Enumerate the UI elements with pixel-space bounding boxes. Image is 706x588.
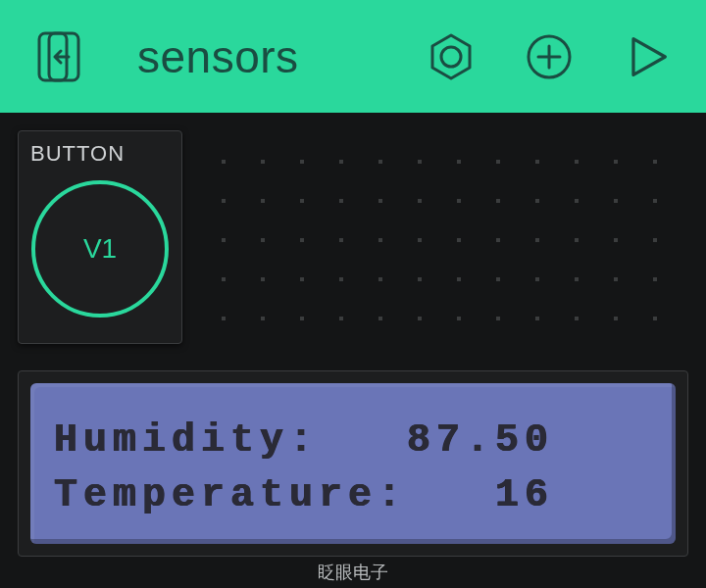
header-bar: sensors xyxy=(0,0,706,113)
button-widget[interactable]: BUTTON V1 xyxy=(18,130,182,344)
placement-grid[interactable] xyxy=(192,130,688,351)
virtual-pin-label: V1 xyxy=(83,233,117,265)
project-title[interactable]: sensors xyxy=(137,30,299,83)
virtual-pin-button[interactable]: V1 xyxy=(31,180,169,318)
button-widget-title: BUTTON xyxy=(30,141,170,167)
lcd-line-2: Temperature: 16 xyxy=(54,473,652,517)
add-widget-button[interactable] xyxy=(515,23,583,91)
run-button[interactable] xyxy=(613,23,681,91)
back-icon xyxy=(35,29,82,84)
plus-circle-icon xyxy=(525,32,574,81)
lcd-line-1: Humidity: 87.50 xyxy=(54,418,652,463)
lcd-screen: Humidity: 87.50 Temperature: 16 xyxy=(30,383,676,544)
lcd-widget[interactable]: Humidity: 87.50 Temperature: 16 xyxy=(18,370,688,557)
settings-button[interactable] xyxy=(417,23,485,91)
nut-icon xyxy=(427,32,476,81)
back-button[interactable] xyxy=(25,23,93,91)
svg-point-3 xyxy=(441,47,461,67)
footer-brand: 眨眼电子 xyxy=(0,557,706,588)
placement-grid[interactable] xyxy=(18,351,688,370)
canvas: BUTTON V1 Humidity: 87.50 Temperature: 1… xyxy=(0,113,706,557)
svg-marker-2 xyxy=(432,35,470,78)
play-icon xyxy=(621,30,674,83)
